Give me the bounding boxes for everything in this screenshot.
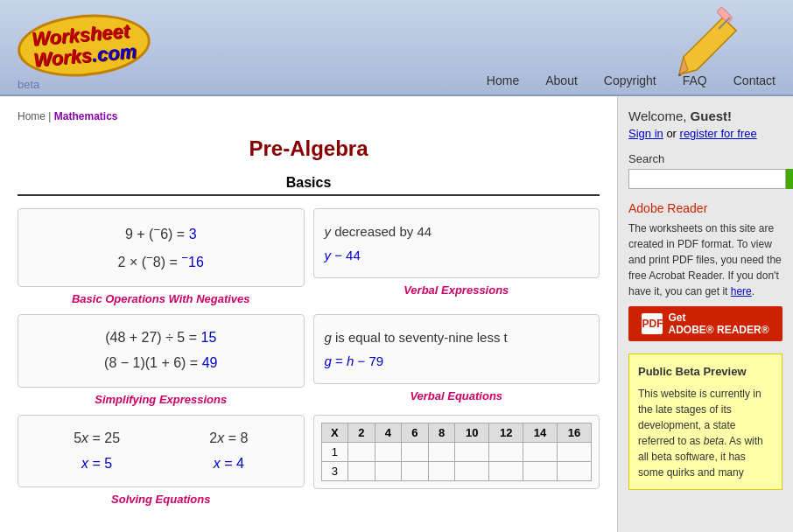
card-simplify[interactable]: (48 + 27) ÷ 5 = 15 (8 − 1)(1 + 6) = 49 S… <box>18 314 305 406</box>
search-button[interactable]: 🔍 <box>786 169 793 189</box>
card-solve[interactable]: 5x = 25 x = 5 2x = 8 x = 4 Solving Equat… <box>18 415 305 507</box>
nav-copyright[interactable]: Copyright <box>604 74 656 88</box>
logo-area: Worksheet Works.com beta <box>18 15 151 94</box>
section-heading: Basics <box>18 175 600 196</box>
beta-box: Public Beta Preview This website is curr… <box>628 354 782 490</box>
table-header-x: X <box>321 423 348 442</box>
table-header-6: 6 <box>402 423 429 442</box>
simplify-line-1: (48 + 27) ÷ 5 = 15 <box>29 326 293 351</box>
math-line-2: 2 × (−8) = −16 <box>29 248 293 276</box>
card-solve-label: Solving Equations <box>18 493 305 506</box>
table-header-4: 4 <box>375 423 402 442</box>
sidebar: Welcome, Guest! Sign in or register for … <box>618 96 793 532</box>
adobe-text: The worksheets on this site are created … <box>628 220 782 299</box>
verbal-eq-desc: g is equal to seventy-nine less t <box>325 326 589 349</box>
adobe-btn-label: GetADOBE® READER® <box>668 312 768 336</box>
content-area: Home | Mathematics Pre-Algebra Basics 9 … <box>0 96 618 532</box>
nav-home[interactable]: Home <box>487 74 519 88</box>
table-header-8: 8 <box>428 423 455 442</box>
search-input[interactable] <box>628 169 786 189</box>
breadcrumb-home[interactable]: Home <box>18 110 46 122</box>
search-box: Search 🔍 <box>628 152 782 189</box>
card-verbal-expr-label: Verbal Expressions <box>313 284 600 297</box>
simplify-line-2: (8 − 1)(1 + 6) = 49 <box>29 351 293 376</box>
welcome-text: Welcome, Guest! <box>628 108 782 123</box>
pdf-icon: PDF <box>642 313 663 334</box>
pencil-icon <box>662 4 740 86</box>
verbal-eq-expr: g = h − 79 <box>325 349 589 373</box>
ws-math-solve: 5x = 25 x = 5 2x = 8 x = 4 <box>29 426 293 477</box>
table-row: 3 <box>321 461 592 480</box>
adobe-section: Adobe Reader The worksheets on this site… <box>628 201 782 341</box>
beta-box-text: This website is currently in the late st… <box>638 386 773 480</box>
table-header-10: 10 <box>455 423 489 442</box>
ws-verbal-eq-text: g is equal to seventy-nine less t g = h … <box>325 326 589 373</box>
register-link[interactable]: register for free <box>680 127 757 140</box>
breadcrumb-sep: | <box>48 110 51 122</box>
table-header-14: 14 <box>523 423 558 442</box>
ws-math-negatives: 9 + (−6) = 3 2 × (−8) = −16 <box>29 220 293 276</box>
adobe-title: Adobe Reader <box>628 201 782 215</box>
table-header-12: 12 <box>489 423 523 442</box>
ws-verbal-text: y decreased by 44 y − 44 <box>325 220 589 267</box>
main-container: Home | Mathematics Pre-Algebra Basics 9 … <box>0 96 793 532</box>
nav-about[interactable]: About <box>545 74 578 88</box>
table-row: 1 <box>321 442 592 461</box>
search-label: Search <box>628 152 782 165</box>
card-verbal-eq[interactable]: g is equal to seventy-nine less t g = h … <box>313 314 600 406</box>
welcome-box: Welcome, Guest! Sign in or register for … <box>628 108 782 140</box>
logo[interactable]: Worksheet Works.com <box>15 9 153 81</box>
sign-in-links: Sign in or register for free <box>628 127 782 140</box>
solve-col-2: 2x = 8 x = 4 <box>209 426 248 477</box>
solve-col-1: 5x = 25 x = 5 <box>74 426 120 477</box>
beta-box-title: Public Beta Preview <box>638 363 773 381</box>
card-verbal-eq-label: Verbal Equations <box>313 389 600 402</box>
card-verbal-expr[interactable]: y decreased by 44 y − 44 Verbal Expressi… <box>313 208 600 305</box>
search-row: 🔍 <box>628 169 782 189</box>
table-header-2: 2 <box>348 423 375 442</box>
svg-marker-0 <box>679 18 736 74</box>
sign-in-link[interactable]: Sign in <box>628 127 663 140</box>
breadcrumb: Home | Mathematics <box>18 105 600 128</box>
card-simplify-label: Simplifying Expressions <box>18 393 305 406</box>
card-negatives[interactable]: 9 + (−6) = 3 2 × (−8) = −16 Basic Operat… <box>18 208 305 305</box>
card-table[interactable]: X 2 4 6 8 10 12 14 16 <box>313 415 600 507</box>
ws-math-simplify: (48 + 27) ÷ 5 = 15 (8 − 1)(1 + 6) = 49 <box>29 326 293 376</box>
verbal-expr: y − 44 <box>325 243 589 267</box>
verbal-desc: y decreased by 44 <box>325 220 589 243</box>
here-link[interactable]: here <box>731 285 752 298</box>
table-header-16: 16 <box>558 423 592 442</box>
worksheet-grid: 9 + (−6) = 3 2 × (−8) = −16 Basic Operat… <box>18 208 600 506</box>
ws-table: X 2 4 6 8 10 12 14 16 <box>321 423 593 481</box>
breadcrumb-current: Mathematics <box>54 110 118 122</box>
math-line-1: 9 + (−6) = 3 <box>29 220 293 248</box>
header: Worksheet Works.com beta Home About Copy… <box>0 0 793 96</box>
card-negatives-label: Basic Operations With Negatives <box>18 292 305 305</box>
beta-label: beta <box>18 78 39 94</box>
adobe-logo-btn[interactable]: PDF GetADOBE® READER® <box>628 306 782 341</box>
page-title: Pre-Algebra <box>18 136 600 161</box>
